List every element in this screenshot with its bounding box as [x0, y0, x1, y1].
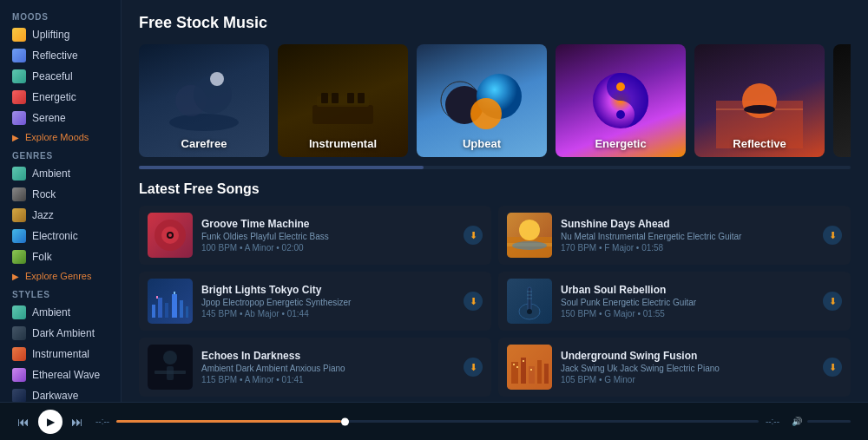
mood-card-upbeat[interactable]: Upbeat	[417, 44, 547, 157]
svg-point-15	[616, 82, 625, 91]
sidebar-explore-moods[interactable]: ▶ Explore Moods	[0, 128, 121, 146]
sidebar-label-serene: Serene	[32, 112, 66, 124]
song-item-sunshine[interactable]: Sunshine Days Ahead Nu Metal Instrumenta…	[498, 206, 851, 265]
mood-scrollbar[interactable]	[139, 166, 851, 169]
svg-point-51	[527, 309, 532, 314]
song-item-echoes[interactable]: Echoes In Darkness Ambient Dark Ambient …	[139, 338, 491, 397]
genres-section-title: Genres	[0, 146, 121, 163]
dark-ambient-icon	[12, 326, 26, 340]
sidebar-item-peaceful[interactable]: Peaceful	[0, 66, 121, 87]
mood-card-reflective[interactable]: Reflective	[694, 44, 825, 157]
sidebar-item-reflective[interactable]: Reflective	[0, 45, 121, 66]
bright-thumb-svg	[148, 279, 193, 324]
sidebar-item-ethereal[interactable]: Ethereal Wave	[0, 364, 121, 385]
sunshine-download-btn[interactable]: ⬇	[823, 226, 842, 245]
song-item-bright[interactable]: Bright Lights Tokyo City Jpop Electropop…	[139, 272, 491, 331]
song-item-urban[interactable]: Urban Soul Rebellion Soul Punk Energetic…	[498, 272, 851, 331]
echoes-meta: 115 BPM • A Minor • 01:41	[201, 375, 455, 384]
ethereal-icon	[12, 368, 26, 382]
next-btn[interactable]: ⏭	[71, 415, 83, 429]
folk-icon	[12, 250, 26, 264]
svg-rect-38	[186, 306, 188, 318]
sidebar-explore-genres[interactable]: ▶ Explore Genres	[0, 267, 121, 285]
svg-rect-64	[530, 369, 532, 371]
progress-fill	[116, 420, 341, 423]
urban-info: Urban Soul Rebellion Soul Punk Energetic…	[561, 284, 814, 319]
sidebar-item-instrumental[interactable]: Instrumental	[0, 344, 121, 364]
groove-download-btn[interactable]: ⬇	[464, 226, 483, 245]
mood-card-carefree[interactable]: Carefree	[139, 44, 269, 157]
bright-title: Bright Lights Tokyo City	[201, 284, 455, 296]
sidebar-item-folk[interactable]: Folk	[0, 246, 121, 267]
energetic-svg	[577, 53, 664, 148]
urban-download-btn[interactable]: ⬇	[823, 292, 842, 311]
sidebar-label-folk: Folk	[32, 251, 52, 263]
sunshine-thumb-svg	[507, 213, 552, 258]
svg-rect-34	[158, 298, 162, 318]
sidebar-item-rock[interactable]: Rock	[0, 184, 121, 205]
groove-thumb-svg	[148, 213, 193, 258]
sidebar-item-style-ambient[interactable]: Ambient	[0, 302, 121, 323]
moods-section-title: MOODS	[0, 7, 121, 24]
sunshine-info: Sunshine Days Ahead Nu Metal Instrumenta…	[561, 218, 814, 253]
sunshine-meta: 170 BPM • F Major • 01:58	[561, 243, 814, 253]
sidebar-item-electronic[interactable]: Electronic	[0, 226, 121, 246]
urban-thumb	[507, 279, 552, 324]
song-item-groove[interactable]: Groove Time Machine Funk Oldies Playful …	[139, 206, 491, 265]
darkwave-icon	[12, 389, 26, 402]
echoes-download-btn[interactable]: ⬇	[464, 358, 483, 377]
svg-rect-4	[312, 105, 373, 124]
sidebar-label-explore-moods: Explore Moods	[25, 132, 89, 142]
jazz-icon	[12, 208, 26, 222]
songs-right-col: Sunshine Days Ahead Nu Metal Instrumenta…	[498, 206, 851, 397]
svg-point-46	[519, 220, 540, 240]
sidebar-item-dark-ambient[interactable]: Dark Ambient	[0, 323, 121, 344]
progress-track[interactable]	[116, 420, 759, 423]
prev-btn[interactable]: ⏮	[17, 415, 30, 429]
sidebar-label-rock: Rock	[32, 188, 56, 200]
underground-download-btn[interactable]: ⬇	[823, 358, 842, 377]
mood-card-electric[interactable]: Electric Gu...	[833, 44, 851, 157]
reflective-icon	[12, 49, 26, 62]
peaceful-icon	[12, 69, 26, 83]
mood-card-energetic[interactable]: Energetic	[556, 44, 686, 157]
sidebar-item-jazz[interactable]: Jazz	[0, 205, 121, 226]
play-btn[interactable]: ▶	[38, 410, 62, 434]
bright-download-btn[interactable]: ⬇	[464, 292, 483, 311]
volume-icon: 🔊	[792, 417, 802, 426]
svg-rect-6	[321, 93, 328, 103]
sidebar-item-darkwave[interactable]: Darkwave	[0, 385, 121, 402]
sidebar-item-ambient[interactable]: Ambient	[0, 163, 121, 184]
underground-thumb	[507, 345, 552, 390]
songs-left-col: Groove Time Machine Funk Oldies Playful …	[139, 206, 491, 397]
song-item-underground[interactable]: Underground Swing Fusion Jack Swing Uk J…	[498, 338, 851, 397]
echoes-tags: Ambient Dark Ambient Anxious Piano	[201, 364, 455, 373]
urban-tags: Soul Punk Energetic Electric Guitar	[561, 298, 814, 307]
sidebar-item-serene[interactable]: Serene	[0, 108, 121, 128]
ambient-icon	[12, 167, 26, 181]
electric-label: Electric Gu...	[833, 137, 851, 150]
echoes-thumb	[148, 345, 193, 390]
urban-meta: 150 BPM • G Major • 01:55	[561, 309, 814, 319]
svg-rect-63	[523, 360, 524, 362]
progress-thumb	[341, 417, 349, 425]
volume-track[interactable]	[807, 420, 851, 423]
mood-cards-row: Carefree Instrumental	[139, 44, 851, 157]
volume-area: 🔊	[792, 417, 851, 426]
svg-rect-9	[358, 93, 365, 103]
sunshine-thumb	[507, 213, 552, 258]
player-progress: --:-- --:--	[95, 417, 779, 426]
sidebar-item-energetic[interactable]: Energetic	[0, 87, 121, 108]
svg-point-0	[169, 114, 239, 131]
player-bar: ⏮ ▶ ⏭ --:-- --:-- 🔊	[0, 402, 868, 440]
underground-thumb-svg	[507, 345, 552, 390]
bright-info: Bright Lights Tokyo City Jpop Electropop…	[201, 284, 455, 319]
mood-card-instrumental[interactable]: Instrumental	[278, 44, 408, 157]
svg-rect-61	[513, 364, 515, 365]
sidebar-item-uplifting[interactable]: Uplifting	[0, 24, 121, 45]
reflective-svg	[716, 53, 803, 148]
svg-point-42	[163, 351, 177, 364]
free-music-title: Free Stock Music	[139, 14, 851, 32]
instrumental-svg	[299, 62, 386, 140]
underground-meta: 105 BPM • G Minor	[561, 375, 814, 384]
